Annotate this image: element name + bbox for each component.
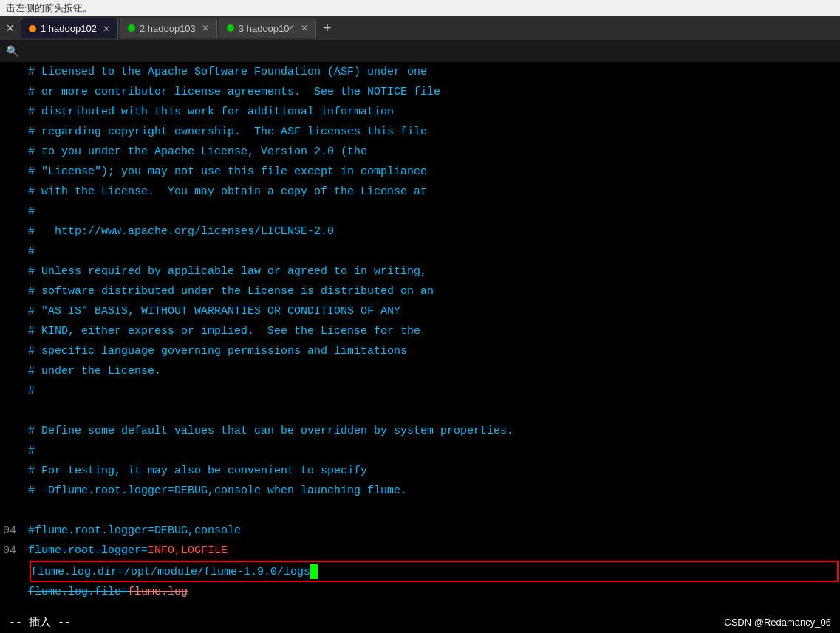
code-line-7: # (28, 202, 840, 222)
code-line-8: # http://www.apache.org/licenses/LICENSE… (28, 222, 840, 242)
line-number-21 (3, 481, 22, 501)
code-line-12: # "AS IS" BASIS, WITHOUT WARRANTIES OR C… (28, 301, 840, 321)
tab-hadoop102[interactable]: 1 hadoop102 ✕ (21, 18, 118, 38)
code-line-17 (28, 401, 840, 421)
line-number-1 (3, 82, 22, 102)
code-line-24: flume.root.logger=INFO,LOGFILE (28, 541, 840, 561)
code-line-2: # distributed with this work for additio… (28, 102, 840, 122)
line-number-16 (3, 381, 22, 401)
code-line-14: # specific language governing permission… (28, 341, 840, 361)
search-bar: 🔍 (0, 40, 840, 62)
line-number-12 (3, 301, 22, 321)
line-number-22 (3, 501, 22, 521)
code-line-21: # -Dflume.root.logger=DEBUG,console when… (28, 481, 840, 501)
tab-hadoop103[interactable]: 2 hadoop103 ✕ (120, 18, 217, 38)
line-number-2 (3, 102, 22, 122)
line-numbers: 0404 (0, 62, 28, 611)
code-line-20: # For testing, it may also be convenient… (28, 461, 840, 481)
code-line-0: # Licensed to the Apache Software Founda… (28, 62, 840, 82)
line-number-5 (3, 162, 22, 182)
code-line-18: # Define some default values that can be… (28, 421, 840, 441)
line-number-0 (3, 62, 22, 82)
code-line-23: #flume.root.logger=DEBUG,console (28, 521, 840, 541)
code-line-26: flume.log.file=flume.log (28, 582, 840, 602)
tab-label-1: 1 hadoop102 (41, 23, 97, 34)
tooltip-bar: 击左侧的前头按钮。 (0, 0, 840, 16)
line-number-23: 04 (3, 521, 22, 541)
line-number-15 (3, 361, 22, 381)
code-line-10: # Unless required by applicable law or a… (28, 261, 840, 281)
line-number-10 (3, 261, 22, 281)
line-number-9 (3, 242, 22, 261)
new-tab-button[interactable]: + (318, 21, 338, 36)
tab-close-3[interactable]: ✕ (301, 23, 308, 33)
line-number-3 (3, 122, 22, 142)
line-number-18 (3, 421, 22, 441)
brand-label: CSDN @Redamancy_06 (724, 617, 831, 628)
tab-close-2[interactable]: ✕ (202, 23, 209, 33)
main-code-area: 0404 # Licensed to the Apache Software F… (0, 62, 840, 611)
code-line-13: # KIND, either express or implied. See t… (28, 321, 840, 341)
line-number-13 (3, 321, 22, 341)
window-close-button[interactable]: ✕ (3, 22, 18, 34)
search-icon: 🔍 (6, 45, 18, 58)
code-line-1: # or more contributor license agreements… (28, 82, 840, 102)
tab-label-2: 2 hadoop103 (140, 23, 196, 34)
line-number-25 (3, 561, 22, 581)
editor-mode: -- 插入 -- (9, 615, 71, 629)
line-number-8 (3, 222, 22, 242)
code-line-22 (28, 501, 840, 521)
line-number-11 (3, 281, 22, 301)
tooltip-text: 击左侧的前头按钮。 (6, 1, 92, 15)
code-line-15: # under the License. (28, 361, 840, 381)
code-line-9: # (28, 242, 840, 261)
line-number-20 (3, 461, 22, 481)
line-number-24: 04 (3, 541, 22, 561)
tab-label-3: 3 hadoop104 (239, 23, 295, 34)
code-column[interactable]: # Licensed to the Apache Software Founda… (28, 62, 840, 611)
line-number-7 (3, 202, 22, 222)
line-number-17 (3, 401, 22, 421)
code-line-3: # regarding copyright ownership. The ASF… (28, 122, 840, 142)
line-number-14 (3, 341, 22, 361)
code-line-4: # to you under the Apache License, Versi… (28, 142, 840, 162)
tab-hadoop104[interactable]: 3 hadoop104 ✕ (219, 18, 316, 38)
code-line-25: flume.log.dir=/opt/module/flume-1.9.0/lo… (30, 561, 839, 582)
code-line-6: # with the License. You may obtain a cop… (28, 182, 840, 202)
code-line-5: # "License"); you may not use this file … (28, 162, 840, 182)
tab-close-1[interactable]: ✕ (103, 24, 110, 34)
code-line-16: # (28, 381, 840, 401)
tab-dot-1 (29, 25, 36, 32)
code-line-19: # (28, 441, 840, 461)
line-number-19 (3, 441, 22, 461)
line-number-4 (3, 142, 22, 162)
line-number-26 (3, 581, 22, 601)
tab-bar: ✕ 1 hadoop102 ✕ 2 hadoop103 ✕ 3 hadoop10… (0, 16, 840, 40)
code-line-11: # software distributed under the License… (28, 281, 840, 301)
status-bar: -- 插入 -- CSDN @Redamancy_06 (0, 611, 840, 633)
tab-dot-2 (128, 24, 135, 32)
tab-dot-3 (227, 24, 234, 32)
line-number-6 (3, 182, 22, 202)
